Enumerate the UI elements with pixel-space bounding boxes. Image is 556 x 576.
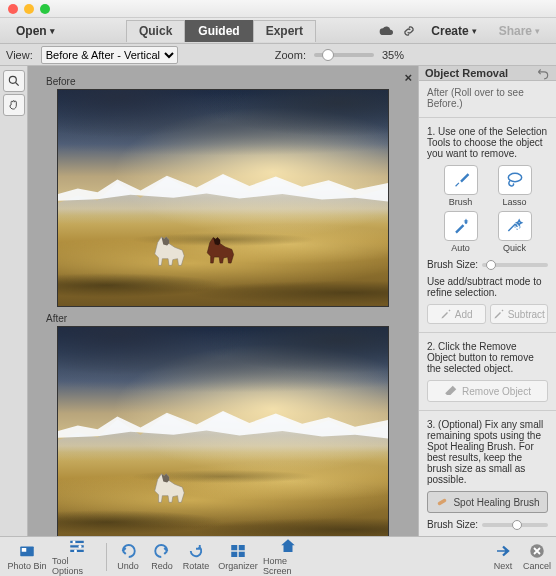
- tab-guided[interactable]: Guided: [185, 20, 252, 42]
- brush-size-slider-1[interactable]: [482, 263, 548, 267]
- panel-header: Object Removal: [419, 66, 556, 81]
- next-button[interactable]: Next: [486, 542, 520, 571]
- app-footer: Photo Bin Tool Options Undo Redo Rotate …: [0, 536, 556, 576]
- tab-quick[interactable]: Quick: [126, 20, 185, 42]
- zoom-slider[interactable]: [314, 53, 374, 57]
- after-image: [57, 326, 389, 536]
- view-subbar: View: Before & After - Vertical Zoom: 35…: [0, 44, 556, 66]
- remove-object-button[interactable]: Remove Object: [427, 380, 548, 402]
- tools-column: [0, 66, 28, 536]
- next-label: Next: [494, 561, 513, 571]
- brush-size-slider-2[interactable]: [482, 523, 548, 527]
- redo-button[interactable]: Redo: [145, 542, 179, 571]
- quick-caption: Quick: [503, 243, 526, 253]
- separator: [106, 543, 107, 571]
- zoom-window-button[interactable]: [40, 4, 50, 14]
- zoom-label: Zoom:: [275, 49, 306, 61]
- undo-panel-icon[interactable]: [536, 66, 550, 80]
- tool-options-icon: [68, 537, 86, 555]
- redo-icon: [153, 542, 171, 560]
- addsub-hint: Use add/subtract mode to refine selectio…: [427, 276, 548, 298]
- brush-size-row-2: Brush Size:: [427, 519, 548, 530]
- svg-point-11: [79, 545, 82, 548]
- cancel-icon: [528, 542, 546, 560]
- slider-thumb[interactable]: [486, 260, 496, 270]
- quick-tool[interactable]: Quick: [490, 211, 540, 253]
- rotate-icon: [187, 542, 205, 560]
- photo-bin-button[interactable]: Photo Bin: [2, 542, 52, 571]
- home-screen-button[interactable]: Home Screen: [263, 537, 313, 576]
- slider-thumb[interactable]: [512, 520, 522, 530]
- hand-tool[interactable]: [3, 94, 25, 116]
- link-icon[interactable]: [401, 23, 417, 39]
- separator: [419, 410, 556, 411]
- auto-tool[interactable]: Auto: [436, 211, 486, 253]
- brush-size-label: Brush Size:: [427, 259, 478, 270]
- tab-expert[interactable]: Expert: [253, 20, 316, 42]
- cancel-button[interactable]: Cancel: [520, 542, 554, 571]
- step2-text: 2. Click the Remove Object button to rem…: [427, 341, 548, 374]
- auto-caption: Auto: [451, 243, 470, 253]
- tab-expert-label: Expert: [266, 24, 303, 38]
- lasso-tool[interactable]: Lasso: [490, 165, 540, 207]
- close-window-button[interactable]: [8, 4, 18, 14]
- minimize-window-button[interactable]: [24, 4, 34, 14]
- view-select[interactable]: Before & After - Vertical: [41, 46, 178, 64]
- undo-label: Undo: [117, 561, 139, 571]
- spot-healing-button[interactable]: Spot Healing Brush: [427, 491, 548, 513]
- bandage-icon: [435, 495, 449, 509]
- share-label: Share: [499, 24, 532, 38]
- remove-object-label: Remove Object: [462, 386, 531, 397]
- brush-tool[interactable]: Brush: [436, 165, 486, 207]
- home-icon: [279, 537, 297, 555]
- zoom-value: 35%: [382, 49, 404, 61]
- zoom-slider-thumb[interactable]: [322, 49, 334, 61]
- rotate-label: Rotate: [183, 561, 210, 571]
- eraser-icon: [444, 384, 458, 398]
- svg-point-2: [508, 173, 521, 181]
- preview-hint: After (Roll over to see Before.): [427, 87, 548, 109]
- brush-size-label: Brush Size:: [427, 519, 478, 530]
- tool-options-label: Tool Options: [52, 556, 102, 576]
- subtract-button[interactable]: Subtract: [490, 304, 549, 324]
- spot-healing-label: Spot Healing Brush: [453, 497, 539, 508]
- addsub-group: Add Subtract: [427, 304, 548, 324]
- chevron-down-icon: ▾: [50, 26, 55, 36]
- cloud-icon[interactable]: [379, 23, 395, 39]
- add-button[interactable]: Add: [427, 304, 486, 324]
- svg-rect-4: [437, 498, 447, 506]
- after-label: After: [46, 313, 406, 324]
- open-menu[interactable]: Open ▾: [8, 22, 63, 40]
- guided-panel: Object Removal After (Roll over to see B…: [418, 66, 556, 536]
- brush-icon: [444, 165, 478, 195]
- undo-icon: [119, 542, 137, 560]
- pencil-plus-icon: [440, 308, 452, 320]
- quick-icon: [498, 211, 532, 241]
- svg-point-10: [73, 540, 76, 543]
- svg-rect-6: [22, 548, 27, 552]
- lasso-icon: [498, 165, 532, 195]
- create-menu[interactable]: Create ▾: [423, 22, 484, 40]
- panel-title: Object Removal: [425, 67, 508, 79]
- auto-icon: [444, 211, 478, 241]
- redo-label: Redo: [151, 561, 173, 571]
- svg-line-1: [15, 83, 18, 86]
- canvas-column: × Before After: [28, 66, 418, 536]
- before-image: [57, 89, 389, 307]
- step3-text: 3. (Optional) Fix any small remaining sp…: [427, 419, 548, 485]
- close-preview-button[interactable]: ×: [404, 70, 412, 85]
- tool-options-button[interactable]: Tool Options: [52, 537, 102, 576]
- undo-button[interactable]: Undo: [111, 542, 145, 571]
- share-menu[interactable]: Share ▾: [491, 22, 548, 40]
- zoom-tool[interactable]: [3, 70, 25, 92]
- svg-rect-16: [239, 552, 245, 557]
- chevron-down-icon: ▾: [535, 26, 540, 36]
- rotate-button[interactable]: Rotate: [179, 542, 213, 571]
- app-menubar: Open ▾ Quick Guided Expert Create ▾ Shar…: [0, 18, 556, 44]
- pencil-minus-icon: [493, 308, 505, 320]
- organizer-button[interactable]: Organizer: [213, 542, 263, 571]
- brush-caption: Brush: [449, 197, 473, 207]
- panel-body: After (Roll over to see Before.) 1. Use …: [419, 81, 556, 536]
- open-label: Open: [16, 24, 47, 38]
- organizer-icon: [229, 542, 247, 560]
